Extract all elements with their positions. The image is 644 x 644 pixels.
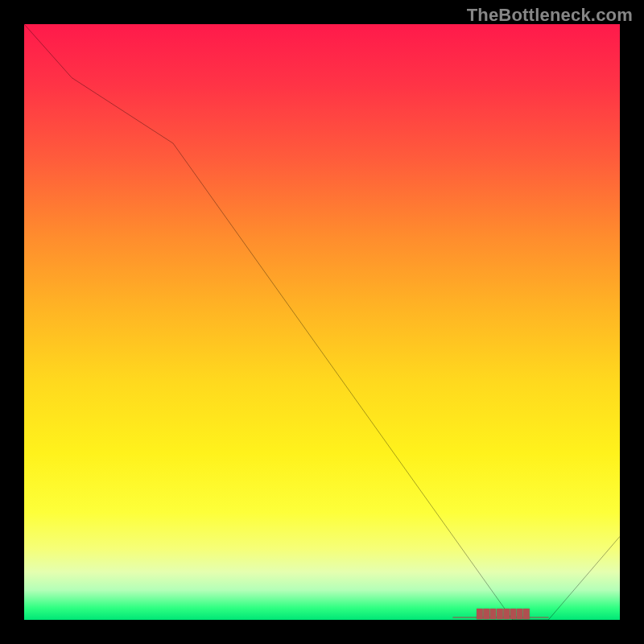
plot-inner: ████████: [24, 24, 620, 620]
chart-canvas: TheBottleneck.com ████████: [0, 0, 644, 644]
line-curve: [24, 24, 620, 620]
watermark-text: TheBottleneck.com: [467, 5, 633, 26]
plot-area: ████████: [24, 24, 620, 620]
marker-label: ████████: [477, 609, 530, 618]
